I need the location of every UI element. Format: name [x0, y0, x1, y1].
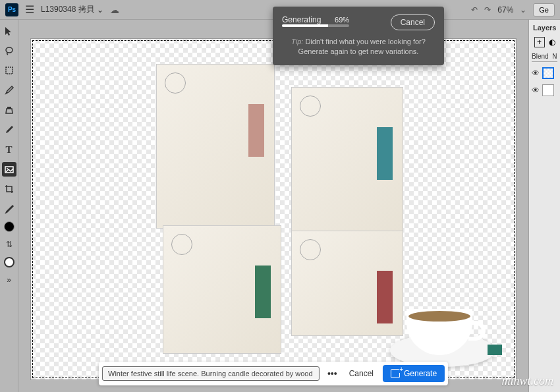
move-tool[interactable]	[2, 24, 16, 38]
generate-icon	[391, 369, 400, 378]
toolbar: T ⇅ »	[0, 20, 18, 392]
generative-fill-taskbar: ••• Cancel Generate	[99, 362, 448, 385]
mask-icon[interactable]: ◐	[549, 38, 555, 47]
svg-point-4	[7, 168, 8, 169]
topbar-right: ↶ ↷ 67% ⌄ Ge	[471, 3, 555, 16]
tip-label: Tip:	[291, 38, 303, 45]
undo-icon[interactable]: ↶	[471, 5, 478, 14]
zoom-level[interactable]: 67%	[497, 5, 513, 14]
text-tool[interactable]: T	[2, 142, 16, 157]
clone-tool[interactable]	[2, 103, 16, 117]
canvas[interactable]	[30, 38, 517, 380]
progress-popup: Generating 69% Cancel Tip: Didn't find w…	[273, 7, 444, 65]
blend-mode[interactable]: Blend N	[532, 53, 557, 62]
visibility-icon[interactable]: 👁	[532, 86, 540, 95]
layer-actions: + ◐	[534, 37, 555, 47]
svg-rect-1	[6, 67, 13, 74]
marquee-selection	[32, 40, 515, 378]
progress-title: Generating	[282, 15, 321, 24]
cancel-generation-button[interactable]: Cancel	[391, 14, 435, 30]
layer-thumbnail[interactable]	[542, 84, 554, 96]
prompt-input[interactable]	[102, 366, 320, 381]
layer-item[interactable]: 👁	[532, 84, 557, 96]
foreground-color[interactable]	[4, 221, 14, 232]
svg-point-0	[6, 47, 13, 53]
watermark: minwt.com	[502, 374, 554, 388]
crop-tool[interactable]	[2, 182, 16, 196]
tip-body: Didn't find what you were looking for? G…	[298, 38, 426, 55]
redo-icon[interactable]: ↷	[484, 5, 491, 14]
doc-title-text: L1390348 拷貝	[41, 4, 94, 15]
cloud-icon[interactable]: ☁	[110, 5, 119, 15]
paint-tool[interactable]	[2, 123, 16, 137]
visibility-icon[interactable]: 👁	[532, 69, 540, 78]
generate-button[interactable]: Generate	[383, 365, 445, 382]
selection-tool[interactable]	[2, 63, 16, 78]
lasso-tool[interactable]	[2, 43, 16, 58]
app-logo[interactable]: Ps	[5, 3, 18, 16]
genfill-tool[interactable]	[2, 162, 16, 177]
expand-toolbar-icon[interactable]: »	[7, 275, 11, 285]
document-title[interactable]: L1390348 拷貝 ⌄	[41, 4, 103, 15]
canvas-wrapper: ••• Cancel Generate	[18, 20, 528, 392]
layer-thumbnail[interactable]	[542, 67, 554, 79]
layers-panel: Layers + ◐ Blend N 👁 👁	[528, 20, 560, 392]
menu-icon[interactable]: ☰	[25, 3, 34, 16]
more-options-icon[interactable]: •••	[325, 368, 340, 379]
progress-fill	[282, 24, 328, 27]
add-layer-icon[interactable]: +	[534, 37, 545, 47]
progress-bar	[282, 24, 349, 27]
background-color[interactable]	[4, 257, 14, 267]
generate-label: Generate	[404, 369, 437, 378]
tip-text: Tip: Didn't find what you were looking f…	[282, 37, 435, 57]
cancel-button[interactable]: Cancel	[345, 369, 378, 378]
swap-colors-icon[interactable]: ⇅	[2, 237, 16, 252]
brush-tool[interactable]	[2, 83, 16, 98]
progress-percent: 69%	[335, 16, 349, 24]
main-area: T ⇅ » ••• Cancel	[0, 20, 560, 392]
layer-item[interactable]: 👁	[532, 67, 557, 79]
eyedropper-tool[interactable]	[2, 202, 16, 216]
chevron-down-icon: ⌄	[97, 5, 103, 14]
generate-top-button[interactable]: Ge	[533, 3, 555, 16]
chevron-down-icon[interactable]: ⌄	[520, 5, 526, 14]
panel-title: Layers	[532, 24, 556, 32]
